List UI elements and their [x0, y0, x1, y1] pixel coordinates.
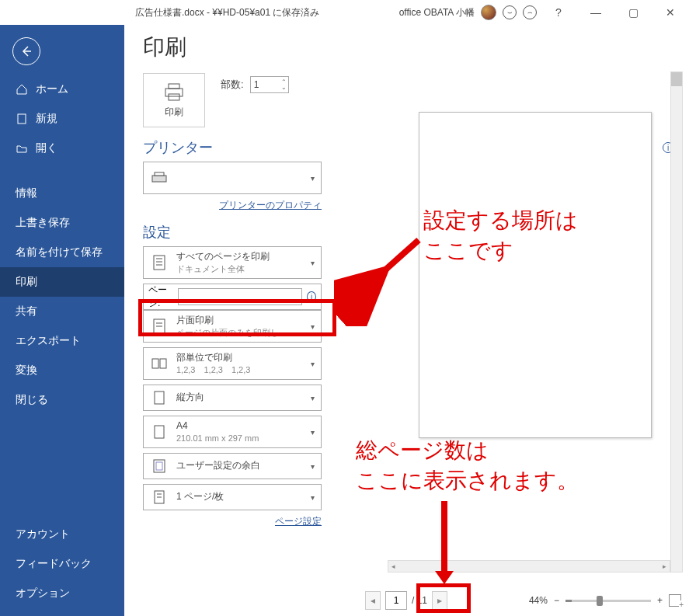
copies-input[interactable]: 1	[250, 76, 289, 93]
total-pages-label: / 11	[412, 595, 427, 606]
sidebar-item-transform[interactable]: 変換	[0, 356, 124, 385]
sidebar-label: 閉じる	[16, 393, 48, 407]
sidebar-label: アカウント	[16, 527, 70, 541]
margins-dropdown[interactable]: ユーザー設定の余白	[143, 453, 322, 479]
sidebar-item-print[interactable]: 印刷	[0, 267, 124, 297]
smile-icon[interactable]: ⌣	[503, 5, 517, 19]
svg-rect-0	[18, 114, 26, 124]
sidebar-item-account[interactable]: アカウント	[0, 520, 124, 549]
sides-dropdown[interactable]: 片面印刷ページの片面のみを印刷し…	[143, 310, 322, 343]
sidebar-item-open[interactable]: 開く	[0, 134, 124, 163]
svg-rect-4	[152, 176, 166, 182]
document-title: 広告仕様書.docx - ¥¥HD-05¥a01 に保存済み	[135, 6, 319, 19]
pages-per-sheet-dropdown[interactable]: 1 ページ/枚	[143, 484, 322, 510]
sidebar-item-saveas[interactable]: 名前を付けて保存	[0, 238, 124, 267]
fit-to-window-button[interactable]	[669, 594, 681, 607]
sidebar-item-new[interactable]: 新規	[0, 104, 124, 134]
home-icon	[16, 83, 28, 96]
backstage-sidebar: ホーム 新規 開く 情報 上書き保存 名前を付けて保存 印刷 共有 エクスポート…	[0, 25, 124, 616]
annotation-arrow-bottom	[429, 497, 460, 586]
svg-rect-16	[155, 426, 164, 438]
help-button[interactable]: ?	[543, 2, 574, 23]
collate-dropdown[interactable]: 部単位で印刷1,2,3 1,2,3 1,2,3	[143, 347, 322, 380]
sidebar-item-export[interactable]: エクスポート	[0, 326, 124, 356]
orientation-dropdown[interactable]: 縦方向	[143, 385, 322, 411]
svg-rect-5	[155, 172, 164, 176]
annotation-text-bottom: 総ページ数は ここに表示されます。	[356, 435, 579, 496]
svg-line-22	[345, 240, 419, 306]
paper-size-dropdown[interactable]: A4210.01 mm x 297 mm	[143, 416, 322, 448]
print-button[interactable]: 印刷	[143, 73, 205, 127]
svg-rect-13	[152, 359, 158, 368]
sidebar-label: 開く	[36, 141, 57, 155]
svg-rect-18	[156, 462, 162, 470]
prev-page-button[interactable]: ◂	[365, 591, 381, 610]
new-icon	[16, 113, 28, 125]
sidebar-item-options[interactable]: オプション	[0, 579, 124, 608]
sidebar-item-share[interactable]: 共有	[0, 297, 124, 326]
info-icon[interactable]: i	[307, 291, 316, 302]
svg-rect-3	[169, 94, 179, 100]
vertical-scrollbar[interactable]	[670, 71, 683, 572]
per-sheet-icon	[150, 489, 169, 505]
sidebar-item-feedback[interactable]: フィードバック	[0, 549, 124, 579]
sidebar-label: 名前を付けて保存	[16, 245, 103, 259]
open-icon	[16, 142, 28, 155]
paper-icon	[150, 424, 169, 440]
next-page-button[interactable]: ▸	[432, 591, 447, 610]
user-name: office OBATA 小幡	[399, 6, 475, 19]
printer-device-icon	[150, 171, 169, 185]
svg-rect-17	[154, 460, 165, 472]
sidebar-label: ホーム	[36, 82, 68, 96]
sidebar-item-info[interactable]: 情報	[0, 179, 124, 208]
maximize-button[interactable]: ▢	[618, 2, 649, 23]
minimize-button[interactable]: —	[580, 2, 611, 23]
preview-footer: ◂ / 11 ▸ 44% − +	[357, 585, 689, 616]
svg-rect-2	[165, 89, 183, 96]
sidebar-label: 印刷	[16, 275, 37, 289]
back-arrow-icon	[20, 45, 33, 57]
pages-icon	[150, 254, 169, 271]
close-button[interactable]: ✕	[655, 2, 686, 23]
sidebar-label: エクスポート	[16, 334, 81, 348]
zoom-in-button[interactable]: +	[657, 595, 663, 606]
collate-icon	[150, 357, 169, 371]
printer-properties-link[interactable]: プリンターのプロパティ	[219, 200, 322, 211]
sidebar-label: 変換	[16, 364, 37, 378]
oneside-icon	[150, 318, 169, 335]
sidebar-item-close[interactable]: 閉じる	[0, 385, 124, 415]
print-button-label: 印刷	[165, 106, 183, 119]
svg-rect-14	[160, 359, 166, 368]
page-setup-link[interactable]: ページ設定	[275, 516, 322, 527]
sidebar-label: 上書き保存	[16, 216, 70, 230]
user-avatar[interactable]	[481, 5, 496, 20]
zoom-out-button[interactable]: −	[554, 595, 559, 606]
copies-label: 部数:	[221, 78, 244, 92]
title-bar: 広告仕様書.docx - ¥¥HD-05¥a01 に保存済み office OB…	[0, 0, 689, 25]
printer-dropdown[interactable]	[143, 162, 322, 194]
svg-rect-15	[155, 392, 164, 404]
pages-input-row: ページ: i	[143, 284, 322, 310]
svg-rect-1	[169, 84, 179, 89]
margins-icon	[150, 458, 169, 474]
sidebar-label: 情報	[16, 186, 37, 200]
printer-icon	[162, 82, 186, 103]
print-range-dropdown[interactable]: すべてのページを印刷ドキュメント全体	[143, 246, 322, 279]
frown-icon[interactable]: ⌢	[523, 5, 537, 19]
sidebar-item-home[interactable]: ホーム	[0, 75, 124, 104]
back-button[interactable]	[12, 37, 40, 65]
annotation-text-top: 設定する場所は ここです	[423, 205, 578, 266]
page-title: 印刷	[143, 33, 673, 62]
sidebar-label: 共有	[16, 305, 37, 318]
portrait-icon	[150, 390, 169, 405]
current-page-input[interactable]	[385, 591, 407, 610]
pages-input[interactable]	[178, 288, 302, 305]
annotation-arrow-top	[334, 225, 435, 326]
sidebar-item-save[interactable]: 上書き保存	[0, 208, 124, 238]
svg-rect-6	[154, 256, 165, 270]
zoom-slider[interactable]	[565, 600, 651, 602]
pages-label: ページ:	[148, 284, 173, 310]
sidebar-label: フィードバック	[16, 557, 92, 571]
sidebar-label: オプション	[16, 586, 70, 600]
zoom-percent: 44%	[529, 595, 548, 606]
